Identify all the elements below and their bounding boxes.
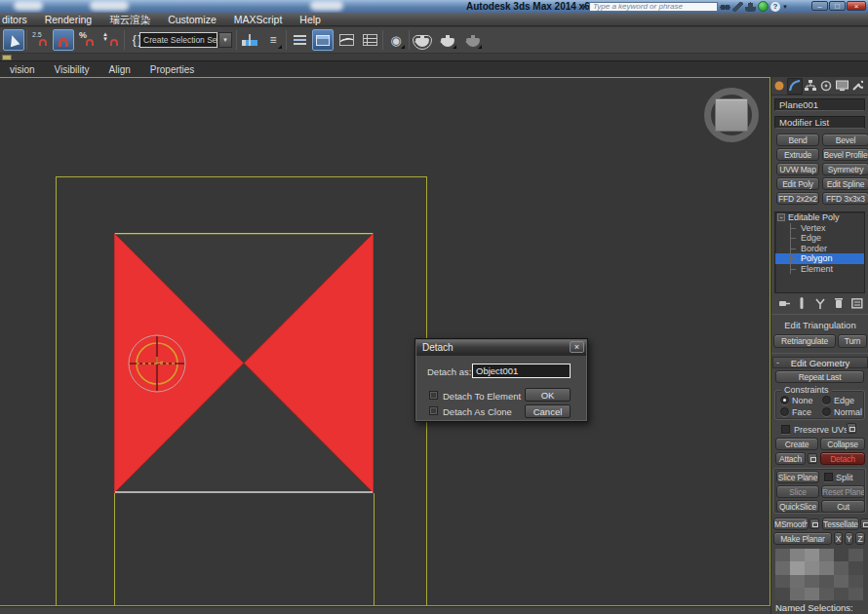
curve-editor-button[interactable] [335,29,357,51]
msmooth-button[interactable]: MSmooth [773,518,809,530]
make-planar-button[interactable]: Make Planar [773,532,832,545]
menu-item-maxscript[interactable]: MAXScript [225,13,292,26]
menu-item-graph-editors[interactable]: ditors [0,13,36,26]
configure-modifier-sets-icon[interactable] [850,297,863,310]
tab-utilities[interactable] [849,78,865,95]
split-checkbox[interactable] [824,473,833,481]
menu-item-help[interactable]: Help [291,13,330,26]
stack-item-editable-poly[interactable]: -Editable Poly [775,212,864,223]
menu-item-rendering[interactable]: Rendering [36,13,100,26]
render-setup-button[interactable]: ◉ [385,29,407,51]
detach-dialog-titlebar[interactable]: Detach [416,340,586,356]
rendered-frame-window-button[interactable] [412,29,433,51]
sign-in-icon[interactable] [745,2,756,12]
pin-stack-icon[interactable] [777,297,790,310]
modifier-list-dropdown[interactable]: Modifier List [774,116,865,129]
remove-modifier-icon[interactable] [832,297,845,310]
reset-plane-button[interactable]: Reset Plane [821,485,865,498]
mirror-button[interactable] [239,29,260,51]
modifier-button-bevel[interactable]: Bevel [822,134,868,146]
maximize-button[interactable]: □ [829,1,846,11]
preserve-uvs-checkbox[interactable] [781,425,790,434]
make-planar-z-button[interactable]: Z [855,532,865,545]
slice-plane-button[interactable]: Slice Plane [776,471,819,483]
menu-item-cloud-render[interactable]: 瑞云渲染 [100,13,159,26]
make-unique-icon[interactable] [814,297,827,310]
show-end-result-icon[interactable] [796,297,809,310]
constraint-none-label[interactable]: None [792,396,813,405]
modifier-button-extrude[interactable]: Extrude [776,148,819,161]
stack-item-polygon[interactable]: Polygon [775,253,864,264]
minimize-button[interactable]: – [811,1,828,11]
quickslice-button[interactable]: QuickSlice [776,500,819,513]
communication-center-icon[interactable] [758,1,769,12]
repeat-last-button[interactable]: Repeat Last [775,370,864,383]
modifier-button-edit-poly[interactable]: Edit Poly [776,177,819,190]
detach-to-element-label[interactable]: Detach To Element [443,391,521,402]
constraint-face-label[interactable]: Face [792,407,811,417]
object-name-field[interactable]: Plane001 [774,98,865,111]
infocenter-search-input[interactable] [589,2,718,12]
angle-snap-button[interactable] [53,29,74,51]
modifier-button-edit-spline[interactable]: Edit Spline [822,177,868,190]
constraint-edge-radio[interactable] [822,396,831,404]
dialog-close-button[interactable]: × [570,341,584,353]
modifier-button-ffd-2x2x2[interactable]: FFD 2x2x2 [776,192,819,205]
viewcube[interactable] [715,98,748,132]
manage-layers-button[interactable] [289,29,310,51]
stack-item-border[interactable]: Border [775,244,864,254]
attach-button[interactable]: Attach [775,452,806,465]
constraint-edge-label[interactable]: Edge [834,396,854,405]
ribbon-tab-visibility[interactable]: Visibility [45,64,99,75]
constraint-none-radio[interactable] [780,396,789,404]
detach-as-input[interactable] [472,364,571,378]
create-button[interactable]: Create [775,438,818,450]
modifier-button-uvw-map[interactable]: UVW Map [776,163,819,175]
tab-display[interactable] [834,78,849,95]
infocenter-arrow-icon[interactable]: ▸ [583,2,587,12]
constraint-normal-radio[interactable] [822,407,831,416]
detach-to-element-checkbox[interactable] [429,391,438,400]
turn-button[interactable]: Turn [838,334,867,348]
detach-as-clone-label[interactable]: Detach As Clone [443,406,512,417]
tab-motion[interactable] [818,78,834,95]
collapse-button[interactable]: Collapse [820,438,865,450]
modifier-button-symmetry[interactable]: Symmetry [822,163,868,175]
edit-geometry-rollout-header[interactable]: -Edit Geometry [772,357,868,368]
render-production-button[interactable] [437,29,458,51]
viewport[interactable] [0,77,770,606]
constraint-face-radio[interactable] [780,407,789,416]
preserve-uvs-settings-button[interactable] [847,423,856,434]
tab-hierarchy[interactable] [803,78,818,95]
ribbon-tab-subdivision[interactable]: vision [0,64,45,75]
tab-modify[interactable] [787,78,803,95]
modifier-stack[interactable]: -Editable Poly Vertex Edge Border Polygo… [774,211,865,293]
select-object-button[interactable] [3,29,24,51]
ribbon-tab-properties[interactable]: Properties [140,64,205,75]
slice-button[interactable]: Slice [776,485,819,498]
detach-as-clone-checkbox[interactable] [429,406,438,415]
tessellate-button[interactable]: Tessellate [822,518,859,530]
schematic-view-button[interactable] [359,29,380,51]
stack-item-element[interactable]: Element [775,264,864,275]
stack-item-edge[interactable]: Edge [775,233,864,244]
modifier-button-ffd-3x3x3[interactable]: FFD 3x3x3 [822,192,868,205]
retriangulate-button[interactable]: Retriangulate [773,334,836,348]
close-button[interactable]: × [847,1,866,11]
cut-button[interactable]: Cut [821,500,865,513]
spinner-snap-button[interactable]: ▲▼ [99,29,121,51]
render-iterative-button[interactable] [462,29,484,51]
tessellate-settings-button[interactable] [860,518,868,529]
search-binoculars-icon[interactable] [720,2,730,12]
help-icon[interactable]: ? [770,2,780,12]
attach-settings-button[interactable] [808,453,817,464]
help-dropdown-icon[interactable]: ▼ [782,4,788,10]
rotate-gizmo[interactable] [123,329,191,398]
collapse-minus-icon[interactable]: - [777,213,785,221]
align-button[interactable]: ≡ [262,29,284,51]
ribbon-tab-align[interactable]: Align [99,64,140,75]
tab-create[interactable] [771,78,787,95]
make-planar-y-button[interactable]: Y [845,532,853,545]
detach-button[interactable]: Detach [820,452,865,465]
msmooth-settings-button[interactable] [809,518,819,529]
